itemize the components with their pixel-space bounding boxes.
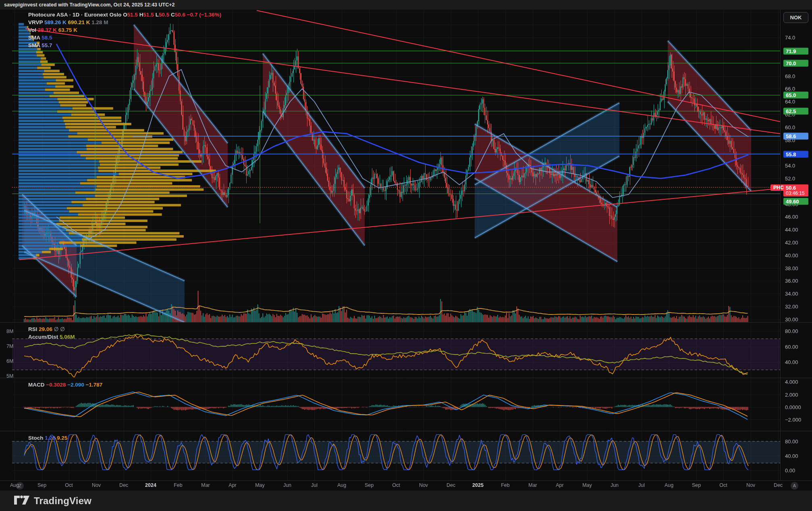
price-tick-label: 68.0 bbox=[785, 73, 795, 79]
macd-tick-label: −2.000 bbox=[785, 417, 801, 423]
time-label-Nov: Nov bbox=[419, 482, 428, 488]
time-label-2025: 2025 bbox=[472, 482, 484, 488]
vrvp-row[interactable]: VRVP 589.26 K 690.21 K 1.28 M bbox=[28, 19, 221, 26]
price-badge-49.60: 49.60 bbox=[783, 198, 808, 205]
time-label-Aug: Aug bbox=[665, 482, 673, 488]
ohlc-h-label: H bbox=[139, 12, 143, 18]
time-label-Mar: Mar bbox=[201, 482, 210, 488]
ohlc-h: 51.5 bbox=[143, 12, 154, 18]
sma1-label[interactable]: SMA bbox=[28, 35, 40, 41]
price-tick-label: 38.00 bbox=[785, 265, 798, 271]
rsi-tick-label: 80.00 bbox=[785, 328, 798, 334]
macd-line-value: −2.090 bbox=[67, 382, 84, 388]
sma2-value: 55.7 bbox=[42, 42, 52, 48]
price-tick-label: 40.00 bbox=[785, 252, 798, 258]
time-label-May: May bbox=[582, 482, 592, 488]
time-label-Jul: Jul bbox=[311, 482, 318, 488]
price-tick-label: 52.0 bbox=[785, 176, 795, 182]
macd-tick-label: 0.0000 bbox=[785, 404, 801, 410]
stoch-d-value: 9.25 bbox=[57, 435, 67, 441]
time-label-2024: 2024 bbox=[145, 482, 156, 488]
rsi-value: 29.06 bbox=[39, 326, 52, 332]
vol-row[interactable]: Vol 28.37 K 63.75 K bbox=[28, 26, 221, 34]
stoch-legend[interactable]: Stoch 1.25 9.25 bbox=[28, 434, 68, 442]
stoch-label[interactable]: Stoch bbox=[28, 435, 44, 441]
symbol-row[interactable]: Photocure ASA · 1D · Euronext Oslo O51.5… bbox=[28, 11, 221, 19]
accum-dist-label[interactable]: Accum/Dist bbox=[28, 334, 58, 340]
time-label-Jun: Jun bbox=[611, 482, 619, 488]
sma2-label[interactable]: SMA bbox=[28, 42, 40, 48]
time-label-Dec: Dec bbox=[774, 482, 783, 488]
topbar: savepiginvest created with TradingView.c… bbox=[0, 0, 812, 10]
price-badge-50.6: 50.603:46:15 bbox=[783, 184, 808, 197]
rsi-legend[interactable]: RSI 29.06 ∅ ∅ Accum/Dist 5.06M bbox=[28, 325, 75, 341]
price-axis[interactable]: NOK 74.068.066.064.062.060.058.054.052.0… bbox=[780, 10, 812, 480]
vrvp-label[interactable]: VRVP bbox=[28, 19, 43, 25]
sma2-row[interactable]: SMA 55.7 bbox=[28, 41, 221, 49]
currency-button[interactable]: NOK bbox=[783, 12, 808, 23]
vrvp-value-1: 589.26 K bbox=[44, 19, 66, 25]
ohlc-c-label: C bbox=[171, 12, 175, 18]
time-label-Feb: Feb bbox=[174, 482, 183, 488]
price-tick-label: 36.00 bbox=[785, 278, 798, 284]
time-label-Apr: Apr bbox=[228, 482, 236, 488]
time-label-Jul: Jul bbox=[638, 482, 645, 488]
vol-value-1: 28.37 K bbox=[38, 27, 57, 33]
auto-scale-button[interactable]: A bbox=[791, 482, 798, 490]
price-tick-label: 60.0 bbox=[785, 124, 795, 130]
price-tick-label: 74.0 bbox=[785, 35, 795, 41]
topbar-text: savepiginvest created with TradingView.c… bbox=[4, 2, 174, 8]
time-label-May: May bbox=[255, 482, 265, 488]
macd-tick-label: 4.000 bbox=[785, 379, 798, 385]
main-legend: Photocure ASA · 1D · Euronext Oslo O51.5… bbox=[28, 11, 221, 49]
vol-value-2: 63.75 K bbox=[58, 27, 77, 33]
sma1-value: 58.5 bbox=[42, 35, 52, 41]
time-label-Aug: Aug bbox=[10, 482, 19, 488]
time-label-Sep: Sep bbox=[37, 482, 46, 488]
tradingview-wordmark[interactable]: TradingView bbox=[34, 495, 91, 507]
accum-dist-scale-label: 7M bbox=[6, 343, 13, 349]
time-label-Apr: Apr bbox=[556, 482, 563, 488]
main-chart-canvas[interactable] bbox=[0, 0, 812, 490]
accum-dist-scale-label: 5M bbox=[6, 373, 13, 379]
ohlc-l: 50.5 bbox=[159, 12, 169, 18]
ohlc-o: 51.5 bbox=[127, 12, 138, 18]
time-label-Dec: Dec bbox=[446, 482, 455, 488]
time-label-Oct: Oct bbox=[392, 482, 400, 488]
time-label-Mar: Mar bbox=[528, 482, 537, 488]
footer-bar: TradingView bbox=[0, 490, 812, 511]
sma1-row[interactable]: SMA 58.5 bbox=[28, 34, 221, 41]
tradingview-logo-icon[interactable] bbox=[14, 495, 30, 507]
time-label-Jun: Jun bbox=[283, 482, 291, 488]
time-axis[interactable]: Z A AugSepOctNovDec2024FebMarAprMayJunJu… bbox=[0, 480, 812, 491]
rsi-empty-values: ∅ ∅ bbox=[54, 326, 65, 332]
time-label-Feb: Feb bbox=[501, 482, 510, 488]
vol-label[interactable]: Vol bbox=[28, 27, 36, 33]
stoch-tick-label: 80.00 bbox=[785, 439, 798, 445]
accum-dist-scale-label: 8M bbox=[6, 329, 13, 334]
rsi-tick-label: 40.00 bbox=[785, 359, 798, 365]
rsi-label[interactable]: RSI bbox=[28, 326, 37, 332]
change-value: −0.7 (−1.36%) bbox=[187, 12, 222, 18]
price-tick-label: 34.00 bbox=[785, 291, 798, 297]
price-badge-58.6: 58.6 bbox=[783, 133, 808, 140]
symbol-title[interactable]: Photocure ASA · 1D · Euronext Oslo bbox=[28, 12, 122, 18]
ohlc-c: 50.6 bbox=[175, 12, 185, 18]
time-label-Oct: Oct bbox=[719, 482, 727, 488]
time-label-Sep: Sep bbox=[365, 482, 374, 488]
price-tick-label: 64.0 bbox=[785, 99, 795, 105]
accum-dist-value: 5.06M bbox=[60, 334, 75, 340]
ohlc-l-label: L bbox=[156, 12, 159, 18]
price-tick-label: 66.0 bbox=[785, 86, 795, 92]
stoch-tick-label: 40.00 bbox=[785, 453, 798, 459]
accum-dist-scale-label: 6M bbox=[6, 358, 13, 364]
macd-label[interactable]: MACD bbox=[28, 382, 45, 388]
macd-legend[interactable]: MACD −0.3028 −2.090 −1.787 bbox=[28, 381, 102, 389]
price-tick-label: 30.00 bbox=[785, 316, 798, 322]
price-badge-70.0: 70.0 bbox=[783, 60, 808, 66]
stoch-k-value: 1.25 bbox=[45, 435, 55, 441]
vrvp-value-3: 1.28 M bbox=[91, 19, 108, 25]
macd-hist-value: −0.3028 bbox=[46, 382, 66, 388]
price-badge-55.8: 55.8 bbox=[783, 151, 808, 157]
price-tick-label: 44.00 bbox=[785, 227, 798, 233]
